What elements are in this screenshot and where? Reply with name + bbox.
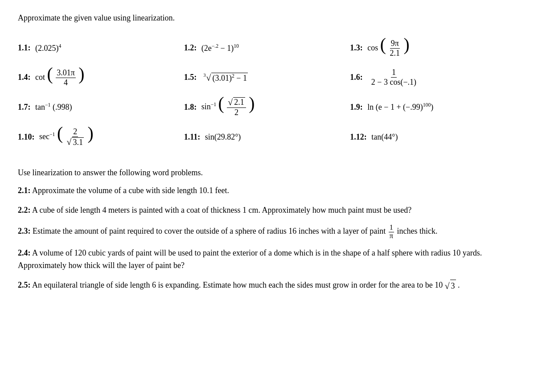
problem-1-10-label: 1.10: (18, 132, 35, 142)
word-problem-2-1-label: 2.1: (18, 186, 31, 195)
word-problem-2-5: 2.5: An equilateral triangle of side len… (18, 279, 516, 293)
problems-grid: 1.1: (2.025)4 1.2: (2e−.2 − 1)10 1.3: co… (18, 33, 516, 152)
problem-1-3-label: 1.3: (350, 43, 363, 53)
word-problems-intro: Use linearization to answer the followin… (18, 168, 516, 177)
problem-1-10: 1.10: sec−1 ( 2 √ 3.1 ) (18, 122, 184, 152)
fraction-1-6-numer: 1 (391, 68, 397, 78)
fraction-1-4-numer: 3.01π (56, 68, 76, 78)
sqrt-symbol-1-8: √ (228, 97, 233, 108)
word-problem-2-4: 2.4: A volume of 120 cubic yards of pain… (18, 247, 516, 272)
word-problem-2-5-text-after: . (458, 281, 460, 290)
fraction-1-4: 3.01π 4 (56, 68, 76, 88)
fraction-2-3-denom: π (389, 232, 394, 240)
sqrt-1-10: √ 3.1 (67, 137, 84, 148)
problem-1-6-label: 1.6: (350, 73, 363, 82)
problem-1-6-expr: 1 2 − 3 cos(−.1) (366, 68, 418, 87)
fraction-1-8-denom: 2 (234, 108, 239, 118)
problem-1-5-label: 1.5: (184, 73, 197, 82)
fraction-1-3-numer: 9π (390, 39, 400, 49)
problem-1-1: 1.1: (2.025)4 (18, 33, 184, 63)
problem-1-10-expr: sec−1 ( 2 √ 3.1 ) (37, 127, 94, 148)
problem-1-3-expr: cos ( 9π 2.1 ) (366, 38, 410, 58)
word-problem-2-3-text-before: Estimate the amount of paint required to… (33, 227, 386, 235)
fraction-2-3-numer: 1 (389, 224, 394, 232)
problem-1-5: 1.5: 3 √ (3.01)2 − 1 (184, 63, 350, 92)
word-problem-2-3-text-after: inches thick. (397, 227, 437, 235)
problem-1-2-expr: (2e−.2 − 1)10 (199, 43, 239, 53)
sqrt-symbol-1-10: √ (67, 137, 72, 148)
sqrt-1-5: √ (3.01)2 − 1 (206, 73, 248, 83)
sqrt-content-2-5: 3 (450, 280, 456, 293)
fraction-1-10: 2 √ 3.1 (66, 127, 85, 148)
word-problem-2-5-text-before: An equilateral triangle of side length 6… (32, 281, 443, 290)
problem-1-12-label: 1.12: (350, 132, 367, 142)
paren-open-1-3: ( (380, 35, 386, 54)
paren-open-1-8: ( (218, 94, 224, 113)
fraction-1-4-denom: 4 (63, 78, 69, 88)
problem-1-7: 1.7: tan−1 (.998) (18, 92, 184, 122)
sqrt-symbol-1-5: √ (206, 73, 211, 83)
problem-1-8-label: 1.8: (184, 103, 197, 112)
problem-1-9-label: 1.9: (350, 103, 363, 112)
sqrt-2-5: √ 3 (445, 279, 456, 293)
problem-1-5-expr: 3 √ (3.01)2 − 1 (199, 72, 248, 83)
paren-close-1-10: ) (87, 124, 93, 143)
problem-1-8: 1.8: sin−1 ( √ 2.1 2 ) (184, 92, 350, 122)
problem-1-7-label: 1.7: (18, 103, 31, 112)
problem-1-8-expr: sin−1 ( √ 2.1 2 ) (199, 97, 255, 118)
paren-close-1-3: ) (404, 35, 410, 54)
problem-1-7-expr: tan−1 (.998) (33, 102, 72, 112)
word-problem-2-2: 2.2: A cube of side length 4 meters is p… (18, 204, 516, 217)
word-problem-2-2-label: 2.2: (18, 206, 31, 215)
word-problem-2-3-fraction: 1 π (388, 227, 397, 235)
problem-1-2-label: 1.2: (184, 43, 197, 53)
paren-open-1-10: ( (57, 124, 63, 143)
problem-1-4-label: 1.4: (18, 73, 31, 82)
paren-open-1-4: ( (47, 64, 53, 84)
paren-close-1-4: ) (78, 64, 84, 84)
problem-1-4-expr: cot ( 3.01π 4 ) (33, 67, 85, 88)
word-problem-2-5-label: 2.5: (18, 281, 31, 290)
sqrt-content-1-8: 2.1 (233, 97, 245, 107)
intro-text: Approximate the given value using linear… (18, 13, 516, 23)
fraction-1-8-numer: √ 2.1 (227, 97, 246, 108)
fraction-1-8: √ 2.1 2 (227, 97, 246, 118)
word-problem-2-1: 2.1: Approximate the volume of a cube wi… (18, 185, 516, 197)
word-problem-2-4-text: A volume of 120 cubic yards of paint wil… (18, 248, 482, 270)
problem-1-3: 1.3: cos ( 9π 2.1 ) (350, 33, 516, 63)
word-problem-2-3-label: 2.3: (18, 227, 31, 235)
cbrt-index-1-5: 3 (203, 72, 205, 78)
problem-1-12-expr: tan(44°) (370, 132, 398, 142)
fraction-1-6: 1 2 − 3 cos(−.1) (370, 68, 417, 87)
fraction-1-6-denom: 2 − 3 cos(−.1) (370, 78, 417, 87)
problem-1-11: 1.11: sin(29.82°) (184, 122, 350, 152)
sqrt-1-8: √ 2.1 (228, 97, 245, 108)
problem-1-2: 1.2: (2e−.2 − 1)10 (184, 33, 350, 63)
problem-1-4: 1.4: cot ( 3.01π 4 ) (18, 63, 184, 92)
fraction-1-10-numer: 2 (72, 127, 78, 137)
fraction-1-3-denom: 2.1 (389, 49, 401, 58)
problem-1-1-label: 1.1: (18, 43, 31, 53)
problem-1-9: 1.9: ln (e − 1 + (−.99)100) (350, 92, 516, 122)
fraction-1-10-denom: √ 3.1 (66, 137, 85, 148)
word-problem-2-4-label: 2.4: (18, 248, 31, 257)
problem-1-6: 1.6: 1 2 − 3 cos(−.1) (350, 63, 516, 92)
word-problem-2-5-sqrt: √ 3 (445, 281, 458, 290)
paren-close-1-8: ) (249, 94, 255, 113)
fraction-2-3: 1 π (389, 224, 394, 240)
sqrt-content-1-5: (3.01)2 − 1 (211, 73, 248, 83)
problem-1-11-expr: sin(29.82°) (203, 132, 241, 142)
sqrt-content-1-10: 3.1 (72, 137, 84, 148)
word-problem-2-3: 2.3: Estimate the amount of paint requir… (18, 224, 516, 240)
word-problem-2-1-text: Approximate the volume of a cube with si… (32, 186, 229, 195)
problem-1-9-expr: ln (e − 1 + (−.99)100) (366, 102, 433, 112)
problem-1-12: 1.12: tan(44°) (350, 122, 516, 152)
problem-1-1-expr: (2.025)4 (33, 43, 62, 53)
fraction-1-3: 9π 2.1 (389, 39, 401, 58)
sqrt-symbol-2-5: √ (445, 279, 450, 293)
problem-1-11-label: 1.11: (184, 132, 201, 142)
word-problem-2-2-text: A cube of side length 4 meters is painte… (32, 206, 411, 215)
